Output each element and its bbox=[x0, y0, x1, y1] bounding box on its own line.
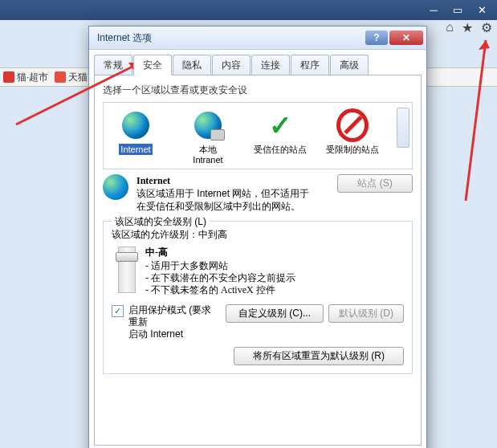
globe-icon bbox=[103, 174, 128, 200]
svg-line-2 bbox=[466, 40, 486, 201]
zone-selector: Internet 本地 Intranet ✓ 受信任的站点 受限制的站点 bbox=[103, 102, 413, 169]
protected-mode-label: 启用保护模式 (要求重新 启动 Internet bbox=[128, 304, 221, 340]
svg-marker-3 bbox=[479, 40, 490, 50]
internet-options-dialog: Internet 选项 ? ✕ 常规 安全 隐私 内容 连接 程序 高级 选择一… bbox=[88, 26, 427, 448]
tab-connections[interactable]: 连接 bbox=[251, 55, 290, 75]
zone-label: 本地 bbox=[179, 145, 237, 155]
tab-general[interactable]: 常规 bbox=[94, 55, 132, 75]
window-close-button[interactable]: ✕ bbox=[471, 3, 492, 18]
tab-strip: 常规 安全 隐私 内容 连接 程序 高级 bbox=[89, 50, 426, 75]
zone-label: 受限制的站点 bbox=[324, 145, 381, 155]
level-name: 中-高 bbox=[145, 246, 295, 259]
zone-local-intranet[interactable]: 本地 Intranet bbox=[179, 109, 237, 165]
prohibit-icon bbox=[336, 108, 369, 142]
protected-mode-checkbox[interactable]: ✓ bbox=[112, 305, 124, 317]
gear-icon[interactable]: ⚙ bbox=[481, 20, 492, 35]
tab-advanced[interactable]: 高级 bbox=[330, 55, 369, 75]
level-description: 中-高 - 适用于大多数网站 - 在下载潜在的不安全内容之前提示 - 不下载未签… bbox=[145, 246, 295, 296]
check-icon: ✓ bbox=[269, 120, 291, 131]
bookmark-item[interactable]: 天猫 bbox=[55, 71, 88, 84]
default-level-button[interactable]: 默认级别 (D) bbox=[328, 304, 404, 323]
bookmark-icon bbox=[3, 71, 14, 83]
level-bullet: - 适用于大多数网站 bbox=[145, 260, 295, 272]
security-level-group: 该区域的安全级别 (L) 该区域的允许级别：中到高 中-高 - 适用于大多数网站… bbox=[103, 221, 413, 374]
minimize-button[interactable]: ─ bbox=[423, 3, 444, 18]
dialog-close-button[interactable]: ✕ bbox=[389, 31, 423, 45]
zone-scrollbar[interactable] bbox=[397, 108, 409, 148]
zone-prompt: 选择一个区域以查看或更改安全设 bbox=[103, 83, 413, 97]
bookmark-icon bbox=[55, 71, 66, 83]
tab-privacy[interactable]: 隐私 bbox=[173, 55, 211, 75]
zone-trusted[interactable]: ✓ 受信任的站点 bbox=[251, 109, 309, 155]
favorites-icon[interactable]: ★ bbox=[462, 20, 473, 35]
zone-restricted[interactable]: 受限制的站点 bbox=[324, 109, 381, 155]
globe-icon bbox=[122, 112, 149, 139]
zone-sublabel: Intranet bbox=[179, 155, 237, 165]
zone-description: Internet 该区域适用于 Internet 网站，但不适用于 在受信任和受… bbox=[136, 174, 329, 213]
bookmark-label: 猫·超市 bbox=[17, 71, 48, 84]
zone-desc-line: 在受信任和受限制区域中列出的网站。 bbox=[136, 200, 329, 213]
level-bullet: - 在下载潜在的不安全内容之前提示 bbox=[145, 272, 295, 284]
custom-level-button[interactable]: 自定义级别 (C)... bbox=[226, 304, 324, 323]
allowed-levels-text: 该区域的允许级别：中到高 bbox=[112, 228, 404, 242]
globe-local-icon bbox=[194, 112, 222, 139]
bookmark-item[interactable]: 猫·超市 bbox=[3, 71, 48, 84]
home-icon[interactable]: ⌂ bbox=[446, 20, 454, 35]
slider-thumb[interactable] bbox=[116, 252, 138, 262]
tab-panel-security: 选择一个区域以查看或更改安全设 Internet 本地 Intranet ✓ 受… bbox=[94, 75, 422, 446]
zone-desc-heading: Internet bbox=[136, 174, 329, 187]
sites-button[interactable]: 站点 (S) bbox=[337, 174, 413, 193]
help-button[interactable]: ? bbox=[365, 31, 388, 45]
dialog-title: Internet 选项 bbox=[97, 31, 364, 45]
dialog-titlebar[interactable]: Internet 选项 ? ✕ bbox=[89, 26, 426, 50]
bookmark-label: 天猫 bbox=[68, 71, 88, 84]
reset-all-zones-button[interactable]: 将所有区域重置为默认级别 (R) bbox=[234, 347, 404, 365]
maximize-button[interactable]: ▭ bbox=[447, 3, 468, 18]
zone-desc-line: 该区域适用于 Internet 网站，但不适用于 bbox=[136, 187, 329, 200]
zone-internet[interactable]: Internet bbox=[107, 109, 165, 155]
tab-content[interactable]: 内容 bbox=[212, 55, 251, 75]
security-level-slider[interactable] bbox=[118, 246, 136, 293]
tab-programs[interactable]: 程序 bbox=[291, 55, 329, 75]
zone-label: 受信任的站点 bbox=[251, 145, 309, 155]
tab-security[interactable]: 安全 bbox=[133, 55, 172, 75]
zone-label: Internet bbox=[119, 144, 152, 155]
level-bullet: - 不下载未签名的 ActiveX 控件 bbox=[145, 284, 295, 296]
group-legend: 该区域的安全级别 (L) bbox=[112, 215, 210, 229]
